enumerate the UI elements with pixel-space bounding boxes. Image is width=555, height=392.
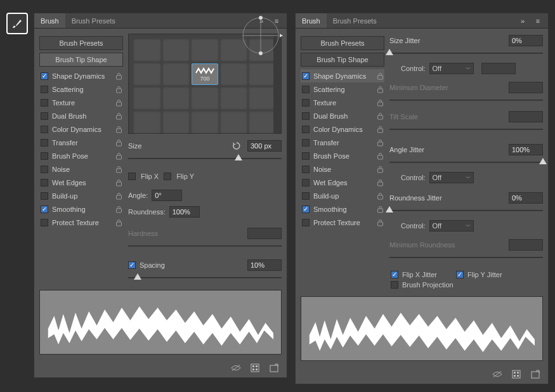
roundness-control-select[interactable]: Off﹀	[429, 220, 474, 232]
option-checkbox[interactable]	[302, 192, 310, 200]
roundness-input[interactable]: 100%	[169, 206, 200, 218]
option-checkbox[interactable]	[302, 206, 310, 213]
option-checkbox[interactable]	[41, 192, 48, 200]
size-jitter-slider[interactable]	[389, 49, 543, 58]
size-control-select[interactable]: Off﹀	[429, 63, 474, 74]
option-shape-dynamics[interactable]: Shape Dynamics	[39, 69, 123, 82]
brush-presets-button[interactable]: Brush Presets	[39, 36, 123, 50]
brush-thumbnail-selected[interactable]: 700	[192, 63, 218, 85]
create-brush-icon[interactable]	[269, 363, 279, 373]
size-slider[interactable]	[128, 154, 282, 163]
lock-icon[interactable]	[114, 165, 123, 174]
size-jitter-input[interactable]: 0%	[509, 35, 543, 46]
lock-icon[interactable]	[114, 138, 123, 147]
option-dual-brush[interactable]: Dual Brush	[301, 109, 384, 122]
panel-menu-icon[interactable]: ≡	[533, 16, 543, 26]
new-preset-icon[interactable]	[250, 363, 260, 373]
flip-y-checkbox[interactable]	[164, 173, 171, 180]
option-checkbox[interactable]	[302, 99, 310, 107]
option-protect-texture[interactable]: Protect Texture	[39, 216, 123, 229]
option-noise[interactable]: Noise	[301, 162, 384, 176]
lock-icon[interactable]	[375, 138, 384, 147]
option-checkbox[interactable]	[302, 166, 310, 173]
toggle-preview-icon[interactable]	[231, 363, 241, 373]
option-checkbox[interactable]	[41, 99, 48, 107]
option-color-dynamics[interactable]: Color Dynamics	[301, 122, 384, 136]
angle-jitter-slider[interactable]	[389, 158, 543, 167]
option-checkbox[interactable]	[302, 152, 310, 160]
collapse-icon[interactable]: »	[518, 16, 528, 26]
option-checkbox[interactable]	[302, 179, 310, 186]
angle-jitter-input[interactable]: 100%	[509, 144, 543, 155]
option-checkbox[interactable]	[302, 139, 310, 147]
option-transfer[interactable]: Transfer	[39, 136, 123, 149]
lock-icon[interactable]	[375, 125, 384, 134]
option-transfer[interactable]: Transfer	[301, 136, 384, 149]
lock-icon[interactable]	[114, 112, 123, 121]
reset-size-icon[interactable]	[232, 141, 241, 150]
option-wet-edges[interactable]: Wet Edges	[301, 176, 384, 189]
option-shape-dynamics[interactable]: Shape Dynamics	[301, 69, 384, 82]
lock-icon[interactable]	[114, 218, 123, 227]
flip-x-jitter-checkbox[interactable]	[391, 271, 398, 278]
lock-icon[interactable]	[375, 205, 384, 214]
lock-icon[interactable]	[114, 98, 123, 107]
option-wet-edges[interactable]: Wet Edges	[39, 176, 123, 189]
create-brush-icon[interactable]	[530, 369, 540, 379]
option-checkbox[interactable]	[41, 72, 48, 80]
option-dual-brush[interactable]: Dual Brush	[39, 109, 123, 122]
option-checkbox[interactable]	[41, 152, 48, 160]
tab-brush[interactable]: Brush	[34, 13, 65, 28]
option-checkbox[interactable]	[302, 219, 310, 226]
brush-presets-button[interactable]: Brush Presets	[301, 36, 384, 50]
angle-control-select[interactable]: Off﹀	[429, 172, 474, 183]
new-preset-icon[interactable]	[511, 369, 521, 379]
lock-icon[interactable]	[375, 152, 384, 160]
lock-icon[interactable]	[375, 165, 384, 174]
lock-icon[interactable]	[114, 72, 123, 81]
brush-tip-shape-button[interactable]: Brush Tip Shape	[301, 53, 384, 67]
option-checkbox[interactable]	[41, 86, 48, 93]
option-checkbox[interactable]	[41, 166, 48, 173]
roundness-jitter-slider[interactable]	[389, 206, 543, 215]
angle-input[interactable]: 0°	[152, 190, 182, 201]
lock-icon[interactable]	[375, 192, 384, 200]
lock-icon[interactable]	[375, 72, 384, 81]
option-texture[interactable]: Texture	[39, 96, 123, 109]
size-input[interactable]: 300 px	[247, 140, 282, 152]
option-brush-pose[interactable]: Brush Pose	[39, 149, 123, 162]
option-checkbox[interactable]	[302, 86, 310, 93]
option-noise[interactable]: Noise	[39, 162, 123, 176]
flip-x-checkbox[interactable]	[128, 173, 136, 180]
lock-icon[interactable]	[114, 205, 123, 214]
toggle-preview-icon[interactable]	[492, 369, 502, 379]
flip-y-jitter-checkbox[interactable]	[456, 271, 464, 278]
option-smoothing[interactable]: Smoothing	[39, 202, 123, 216]
option-checkbox[interactable]	[302, 72, 310, 80]
option-protect-texture[interactable]: Protect Texture	[301, 216, 384, 229]
tab-brush-presets[interactable]: Brush Presets	[327, 13, 383, 28]
option-brush-pose[interactable]: Brush Pose	[301, 149, 384, 162]
option-checkbox[interactable]	[41, 112, 48, 120]
option-checkbox[interactable]	[41, 219, 48, 226]
lock-icon[interactable]	[375, 218, 384, 227]
option-checkbox[interactable]	[302, 112, 310, 120]
lock-icon[interactable]	[114, 85, 123, 94]
option-checkbox[interactable]	[302, 126, 310, 133]
thumbnail-scrollbar[interactable]	[275, 110, 280, 129]
option-checkbox[interactable]	[41, 179, 48, 186]
lock-icon[interactable]	[114, 125, 123, 134]
lock-icon[interactable]	[114, 192, 123, 200]
lock-icon[interactable]	[114, 178, 123, 187]
lock-icon[interactable]	[375, 178, 384, 187]
spacing-slider[interactable]	[128, 273, 282, 282]
option-color-dynamics[interactable]: Color Dynamics	[39, 122, 123, 136]
lock-icon[interactable]	[375, 112, 384, 121]
option-texture[interactable]: Texture	[301, 96, 384, 109]
option-checkbox[interactable]	[41, 206, 48, 213]
lock-icon[interactable]	[114, 152, 123, 160]
option-build-up[interactable]: Build-up	[301, 189, 384, 202]
angle-dial[interactable]	[238, 13, 283, 58]
roundness-jitter-input[interactable]: 0%	[509, 192, 543, 204]
option-scattering[interactable]: Scattering	[39, 82, 123, 96]
